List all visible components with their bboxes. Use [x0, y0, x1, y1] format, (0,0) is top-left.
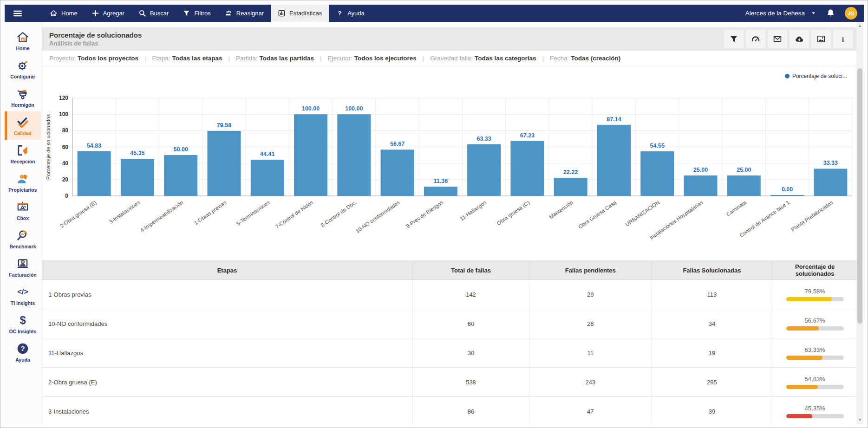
notifications-bell-icon[interactable]: [826, 8, 835, 18]
sidebar-item-facturacion[interactable]: Facturación: [5, 253, 41, 281]
percentage-label: 45,35%: [805, 405, 825, 412]
bar[interactable]: [640, 151, 674, 196]
sidebar-item-cbox[interactable]: Cbox: [5, 196, 41, 225]
y-tick-label: 0: [65, 193, 68, 199]
chart-legend[interactable]: Porcentaje de soluci...: [785, 73, 847, 79]
column-header-porcentaje-de-solucionados: Porcentaje de solucionados: [772, 261, 857, 279]
bar[interactable]: [684, 175, 718, 196]
sidebar-item-label: Recepción: [10, 159, 35, 164]
dollar-icon: $: [16, 313, 30, 327]
bar[interactable]: [727, 175, 761, 196]
chevron-down-icon: [810, 10, 816, 16]
nav-item-ayuda[interactable]: ?Ayuda: [329, 5, 372, 22]
scroll-up-arrow-icon[interactable]: ▲: [856, 23, 863, 29]
filter-value: Todas las partidas: [259, 55, 314, 62]
progress-bar: [786, 356, 844, 360]
top-navbar: HomeAgregarBuscarFiltrosReasignarEstadís…: [5, 5, 864, 22]
nav-item-reasignar[interactable]: Reasignar: [218, 5, 271, 22]
nav-item-agregar[interactable]: Agregar: [85, 5, 131, 22]
table-row: 3-Instalaciones86473945,35%: [42, 397, 857, 424]
bar[interactable]: [164, 155, 197, 196]
sidebar-item-recepcion[interactable]: Recepción: [5, 140, 41, 168]
svg-text:</>: </>: [17, 287, 28, 296]
bar[interactable]: [424, 187, 457, 196]
cell-fallas-solucionadas: 19: [652, 338, 772, 367]
sidebar-item-calidad[interactable]: Calidad: [5, 111, 41, 140]
filter-etapa[interactable]: Etapa:Todas las etapas: [152, 55, 222, 62]
nav-item-filtros[interactable]: Filtros: [176, 5, 217, 22]
avatar[interactable]: JG: [845, 7, 857, 19]
toolbar-button-filter[interactable]: [724, 30, 744, 48]
nav-item-home[interactable]: Home: [43, 5, 85, 22]
filter-bar: Proyecto:Todos los proyectos|Etapa:Todas…: [42, 51, 857, 66]
code-icon: </>: [16, 285, 30, 299]
nav-item-label: Estadísticas: [289, 10, 322, 17]
bar[interactable]: [337, 114, 371, 196]
bar[interactable]: [78, 151, 111, 196]
sidebar-item-label: Cbox: [17, 215, 29, 221]
sidebar-item-label: Home: [16, 45, 29, 51]
toolbar-button-cloud-download[interactable]: [790, 30, 809, 48]
toolbar-button-info[interactable]: i: [833, 30, 853, 48]
filter-proyecto[interactable]: Proyecto:Todos los proyectos: [49, 55, 138, 62]
nav-item-label: Filtros: [194, 10, 210, 17]
double-check-icon: [16, 115, 30, 129]
cell-total-fallas: 142: [413, 280, 529, 309]
percentage-label: 79,58%: [805, 288, 825, 295]
cell-total-fallas: 60: [413, 309, 529, 338]
bar-value-label: 25.00: [693, 167, 708, 173]
sidebar-item-configurar[interactable]: Configurar: [5, 55, 41, 83]
progress-bar: [786, 326, 844, 331]
cell-porcentaje: 45,35%: [772, 397, 857, 424]
project-selector-label: Alerces de la Dehesa: [745, 10, 805, 17]
sidebar-item-benchmark[interactable]: Benchmark: [5, 225, 41, 253]
svg-text:$: $: [20, 314, 26, 326]
sidebar-item-label: Benchmark: [9, 244, 36, 249]
filter-label: Gravedad falla:: [430, 55, 473, 62]
bar[interactable]: [294, 114, 327, 196]
project-selector[interactable]: Alerces de la Dehesa: [745, 10, 816, 17]
bar-value-label: 54.55: [650, 143, 665, 149]
owner-icon: [16, 172, 30, 186]
x-tick-label: Planta Prefabricados: [790, 200, 834, 233]
filter-ejecutor[interactable]: Ejecutor:Todos los ejecutores: [328, 55, 417, 62]
nav-item-estadisticas[interactable]: Estadísticas: [271, 5, 329, 22]
sb-home-icon: [16, 30, 30, 44]
home-icon: [50, 9, 58, 17]
bar[interactable]: [510, 141, 544, 196]
sidebar-item-ti-insights[interactable]: </>TI Insights: [5, 281, 41, 310]
sidebar-item-propietarios[interactable]: Propietarios: [5, 168, 41, 196]
toolbar-button-mail[interactable]: [768, 30, 787, 48]
filter-partida[interactable]: Partida:Todas las partidas: [236, 55, 314, 62]
gauge-icon: [751, 34, 760, 44]
wheelbarrow-icon: [16, 87, 30, 101]
bar[interactable]: [381, 149, 414, 196]
sidebar-item-label: TI Insights: [11, 300, 35, 306]
toolbar-button-image[interactable]: [811, 30, 831, 48]
bar[interactable]: [251, 160, 284, 196]
filter-gravedad-falla[interactable]: Gravedad falla:Todas las categorías: [430, 55, 536, 62]
bar[interactable]: [770, 195, 804, 196]
toolbar-button-gauge[interactable]: [746, 30, 765, 48]
sidebar-item-ayuda[interactable]: ?Ayuda: [5, 338, 41, 366]
bar[interactable]: [597, 125, 631, 196]
sidebar-item-home[interactable]: Home: [5, 26, 41, 55]
bar[interactable]: [814, 169, 847, 196]
sidebar-item-oc-insights[interactable]: $OC Insights: [5, 310, 41, 338]
bar-value-label: 56.67: [390, 141, 405, 147]
menu-button[interactable]: [5, 5, 31, 22]
bar[interactable]: [554, 178, 587, 196]
filter-fecha[interactable]: Fecha:Todas (creación): [550, 55, 620, 62]
bar[interactable]: [121, 159, 154, 196]
percentage-label: 54,83%: [805, 376, 825, 383]
sidebar-item-hormigon[interactable]: Hormigón: [5, 83, 41, 111]
y-tick-label: 120: [59, 95, 68, 101]
bar[interactable]: [467, 144, 501, 196]
filter-label: Etapa:: [152, 55, 170, 62]
nav-item-buscar[interactable]: Buscar: [131, 5, 176, 22]
scrollbar-thumb[interactable]: [857, 68, 862, 324]
scroll-down-arrow-icon[interactable]: ▼: [856, 417, 863, 423]
vertical-scrollbar[interactable]: ▲ ▼: [856, 22, 863, 424]
percentage-label: 63,33%: [805, 346, 825, 353]
bar[interactable]: [207, 131, 241, 196]
